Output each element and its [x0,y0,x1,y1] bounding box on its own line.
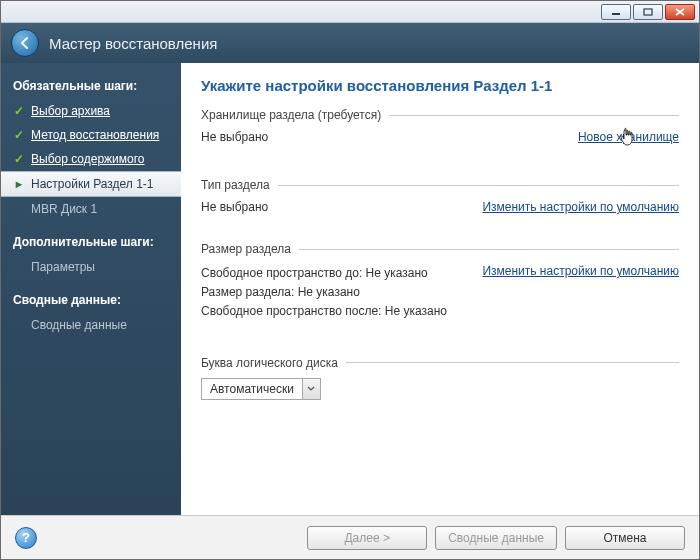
sidebar-item-label: Параметры [31,260,95,274]
window-title: Мастер восстановления [49,35,217,52]
sidebar-item-label: Метод восстановления [31,128,159,142]
help-icon[interactable]: ? [15,527,37,549]
summary-button[interactable]: Сводные данные [435,526,557,550]
sidebar: Обязательные шаги: ✓ Выбор архива ✓ Мето… [1,63,181,515]
section-label-storage: Хранилище раздела (требуется) [201,108,381,122]
free-before-value: Не указано [366,266,428,280]
check-icon: ✓ [13,104,25,118]
sidebar-heading-summary: Сводные данные: [1,287,181,313]
header: Мастер восстановления [1,23,699,63]
check-icon: ✓ [13,128,25,142]
section-label-drive-letter: Буква логического диска [201,356,338,370]
check-icon: ✓ [13,152,25,166]
sidebar-heading-optional: Дополнительные шаги: [1,229,181,255]
arrow-right-icon: ► [13,178,25,190]
minimize-button[interactable] [601,4,631,20]
section-type: Тип раздела Не выбрано Изменить настройк… [201,178,679,214]
sidebar-item-archive[interactable]: ✓ Выбор архива [1,99,181,123]
wizard-window: Мастер восстановления Обязательные шаги:… [0,0,700,560]
type-value: Не выбрано [201,200,268,214]
section-label-size: Размер раздела [201,242,291,256]
svg-rect-0 [612,13,620,15]
divider [299,249,679,250]
next-button[interactable]: Далее > [307,526,427,550]
free-after-value: Не указано [385,304,447,318]
new-storage-link[interactable]: Новое хранилище [578,130,679,144]
divider [278,185,679,186]
size-details: Свободное пространство до: Не указано Ра… [201,264,447,322]
page-title: Укажите настройки восстановления Раздел … [201,77,679,94]
divider [389,115,679,116]
section-drive-letter: Буква логического диска Автоматически [201,356,679,400]
back-button[interactable] [11,29,39,57]
section-storage: Хранилище раздела (требуется) Не выбрано… [201,108,679,144]
change-size-defaults-link[interactable]: Изменить настройки по умолчанию [482,264,679,278]
drive-letter-combo[interactable]: Автоматически [201,378,321,400]
sidebar-item-label: Выбор содержимого [31,152,145,166]
cancel-button[interactable]: Отмена [565,526,685,550]
sidebar-heading-required: Обязательные шаги: [1,73,181,99]
titlebar [1,1,699,23]
footer: ? Далее > Сводные данные Отмена [1,515,699,559]
maximize-button[interactable] [633,4,663,20]
sidebar-item-label: Выбор архива [31,104,110,118]
main-content: Укажите настройки восстановления Раздел … [181,63,699,515]
sidebar-item-summary[interactable]: Сводные данные [1,313,181,337]
partition-size-value: Не указано [298,285,360,299]
chevron-down-icon [302,379,320,399]
drive-letter-value: Автоматически [202,382,302,396]
free-before-label: Свободное пространство до: [201,266,362,280]
sidebar-item-mbr[interactable]: MBR Диск 1 [1,197,181,221]
change-type-defaults-link[interactable]: Изменить настройки по умолчанию [482,200,679,214]
sidebar-item-label: MBR Диск 1 [31,202,97,216]
section-size: Размер раздела Свободное пространство до… [201,242,679,322]
sidebar-item-parameters[interactable]: Параметры [1,255,181,279]
sidebar-item-content[interactable]: ✓ Выбор содержимого [1,147,181,171]
partition-size-label: Размер раздела: [201,285,294,299]
body: Обязательные шаги: ✓ Выбор архива ✓ Мето… [1,63,699,515]
free-after-label: Свободное пространство после: [201,304,381,318]
storage-value: Не выбрано [201,130,268,144]
sidebar-item-method[interactable]: ✓ Метод восстановления [1,123,181,147]
close-button[interactable] [665,4,695,20]
sidebar-item-label: Настройки Раздел 1-1 [31,177,154,191]
svg-rect-1 [644,9,652,15]
divider [346,362,679,363]
section-label-type: Тип раздела [201,178,270,192]
sidebar-item-label: Сводные данные [31,318,127,332]
sidebar-item-partition-settings[interactable]: ► Настройки Раздел 1-1 [1,171,181,197]
